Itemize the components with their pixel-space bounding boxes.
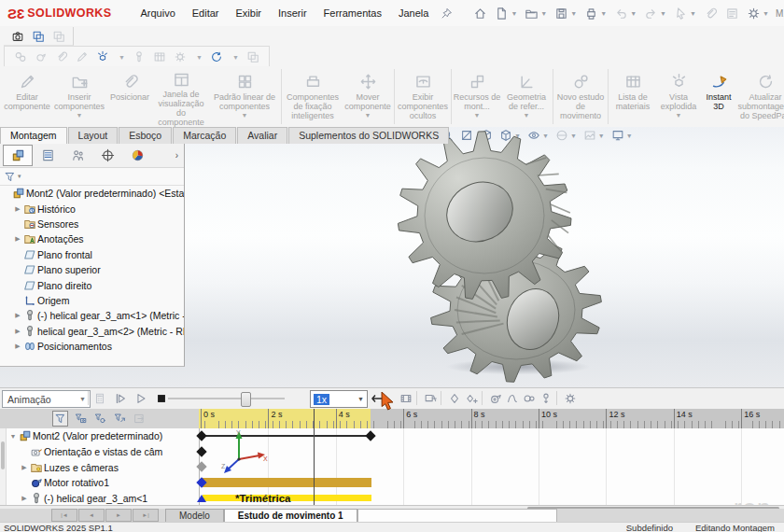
expander-icon[interactable]: ▶ — [13, 328, 22, 335]
cube-icon[interactable] — [480, 129, 493, 142]
tree-item-anotac-o-es[interactable]: ▶Anotações — [0, 231, 184, 246]
undo-icon[interactable]: ▼ — [614, 7, 637, 21]
timeline-zoom-slider[interactable] — [168, 398, 285, 399]
spring-icon[interactable] — [506, 391, 519, 406]
fm-tab-fmpie[interactable] — [122, 145, 152, 166]
menu-editar[interactable]: Editar — [184, 7, 228, 19]
export-icon[interactable] — [133, 412, 147, 426]
ribbon-instant-3d[interactable]: Instant 3D — [701, 66, 736, 127]
funnelarrow-icon[interactable] — [113, 412, 127, 426]
props-icon[interactable] — [725, 7, 739, 21]
scene-icon[interactable]: ▼ — [583, 129, 605, 142]
ribbon-novo-estudo-de-movimento[interactable]: Novo estudo de movimento — [554, 66, 607, 127]
ball-icon[interactable]: ▼ — [555, 129, 577, 142]
ribbon-inserir-componentes[interactable]: Inserir componentes▼ — [52, 66, 106, 127]
pencil-icon[interactable] — [76, 50, 89, 63]
explode-icon[interactable] — [96, 50, 109, 63]
gear-icon[interactable]: ▼ — [747, 7, 769, 21]
tree-item-plano-superior[interactable]: Plano superior — [0, 262, 184, 277]
redo-icon[interactable]: ▼ — [644, 7, 666, 21]
change-bar[interactable] — [203, 478, 371, 487]
keyframe-black[interactable] — [365, 430, 375, 441]
menu-inserir[interactable]: Inserir — [270, 7, 315, 19]
more-label[interactable]: M.. — [776, 8, 784, 19]
fm-chevron-icon[interactable]: › — [175, 150, 178, 161]
gear-icon[interactable] — [174, 50, 187, 63]
tree-item-helical-gear-3-am-2-metric-ri[interactable]: ▶helical gear_3_am<2> (Metric - RI — [0, 324, 184, 339]
expander-icon[interactable]: ▶ — [13, 343, 22, 350]
keyframe-black[interactable] — [196, 446, 206, 456]
slider-thumb[interactable] — [241, 392, 251, 407]
home-icon[interactable] — [473, 7, 487, 21]
ribbon-lista-de-materiais[interactable]: Lista de materiais — [609, 66, 656, 127]
fm-tab-fmassembly[interactable] — [3, 145, 33, 166]
motor-icon[interactable] — [489, 391, 502, 406]
tab-nav-last[interactable]: ►| — [133, 509, 159, 522]
tab-layout[interactable]: Layout — [68, 127, 119, 144]
print-icon[interactable]: ▼ — [584, 7, 607, 21]
playstart-icon[interactable] — [114, 391, 127, 406]
eye-icon[interactable]: ▼ — [527, 129, 549, 142]
motion-tree-scrollbar[interactable] — [0, 428, 7, 505]
ribbon-recursos-de-mont[interactable]: Recursos de mont...▼ — [453, 66, 501, 127]
tree-item-sensores[interactable]: Sensores — [0, 217, 184, 231]
open-icon[interactable]: ▼ — [525, 7, 547, 21]
ribbon-componentes-de-fixac-a-o-inteligentes[interactable]: Componentes de fixação inteligentes — [283, 66, 343, 127]
keyadd-icon[interactable] — [465, 391, 478, 406]
monitor-icon[interactable]: ▼ — [611, 129, 633, 142]
stop-icon[interactable] — [155, 391, 168, 406]
motion-tree-helical-gear-3-am-1[interactable]: ▶(-) helical gear_3_am<1 — [7, 491, 199, 505]
expander-icon[interactable]: ▶ — [20, 464, 29, 471]
tab-nav-prev[interactable]: ◄ — [78, 509, 105, 522]
keyframe-gray[interactable] — [196, 462, 206, 472]
menu-ferramentas[interactable]: Ferramentas — [315, 7, 390, 19]
key-icon[interactable] — [448, 391, 461, 406]
gear-icon[interactable] — [564, 391, 577, 406]
tab-marcac-a-o[interactable]: Marcação — [173, 127, 236, 144]
menu-exibir[interactable]: Exibir — [228, 7, 271, 19]
timeline-ruler[interactable]: 0 s2 s4 s6 s8 s10 s12 s14 s16 s — [199, 409, 784, 428]
expander-icon[interactable]: ▼ — [8, 433, 18, 440]
motion-tree-motor-rotativo1[interactable]: Motor rotativo1 — [7, 475, 199, 491]
play-icon[interactable] — [134, 391, 147, 406]
ribbon-geometria-de-refer[interactable]: Geometria de refer...▼ — [501, 66, 552, 127]
contact-icon[interactable] — [523, 391, 536, 406]
fm-tab-fmcrosshair[interactable] — [92, 145, 122, 166]
expander-icon[interactable]: ▶ — [13, 312, 22, 319]
tree-item-histo-rico[interactable]: ▶Histórico — [0, 201, 184, 216]
doc-icon[interactable]: ▼ — [495, 7, 517, 21]
fm-tab-fmprops[interactable] — [33, 145, 63, 166]
chevron-down-icon[interactable]: ▼ — [231, 54, 239, 61]
tab-nav-next[interactable]: ► — [105, 509, 132, 522]
tree-item-posicionamentos[interactable]: ▶Posicionamentos — [0, 339, 184, 354]
chevron-down-icon[interactable]: ▼ — [117, 54, 125, 61]
tree-item-plano-frontal[interactable]: Plano frontal — [0, 247, 184, 262]
camera-icon[interactable] — [11, 30, 24, 43]
tree-item-helical-gear-3-am-1-metric[interactable]: ▶(-) helical gear_3_am<1> (Metric - — [0, 308, 184, 323]
tree-item-plano-direito[interactable]: Plano direito — [0, 277, 184, 292]
section-icon[interactable] — [460, 129, 473, 142]
funnel-icon[interactable] — [52, 411, 68, 427]
motion-tree-mont2-valor-predeterminado[interactable]: ▼Mont2 (Valor predeterminado) — [7, 428, 199, 444]
tab-esboc-o[interactable]: Esboço — [119, 127, 172, 144]
funnelcam-icon[interactable] — [74, 412, 88, 426]
ribbon-editar-componente[interactable]: Editar componente — [2, 66, 52, 127]
ribbon-padra-o-linear-de-componentes[interactable]: Padrão linear de componentes▼ — [209, 66, 280, 127]
expander-icon[interactable]: ▶ — [13, 235, 22, 243]
playback-speed-select[interactable]: 1x ▼ — [310, 390, 368, 408]
keyframe-triangle[interactable] — [197, 495, 206, 502]
motorsm-icon[interactable] — [35, 50, 48, 63]
ribbon-posicionar[interactable]: Posicionar — [106, 66, 153, 127]
refresh-icon[interactable] — [210, 50, 223, 63]
motion-tree-luzes-e-ca-meras[interactable]: ▶Luzes e câmeras — [7, 459, 199, 475]
tab-nav-first[interactable]: |◄ — [51, 509, 77, 522]
clip-icon[interactable] — [55, 50, 68, 63]
capture-icon[interactable] — [246, 50, 259, 63]
motion-tree-orientac-a-o-e-vistas-de-ca-[interactable]: Orientação e vistas de câm — [7, 444, 199, 460]
ribbon-exibir-componentes-ocultos[interactable]: Exibir componentes ocultos — [396, 66, 450, 127]
timeline-playhead[interactable] — [314, 409, 315, 505]
capture-icon[interactable] — [52, 30, 65, 43]
pin-icon[interactable] — [441, 7, 453, 20]
ribbon-janela-de-visualizac-a-o-do-componente[interactable]: Janela de visualização do componente — [153, 66, 209, 127]
tree-item-mont2-valor-predeterminado-est[interactable]: Mont2 (Valor predeterminado) <Estad — [0, 186, 184, 201]
